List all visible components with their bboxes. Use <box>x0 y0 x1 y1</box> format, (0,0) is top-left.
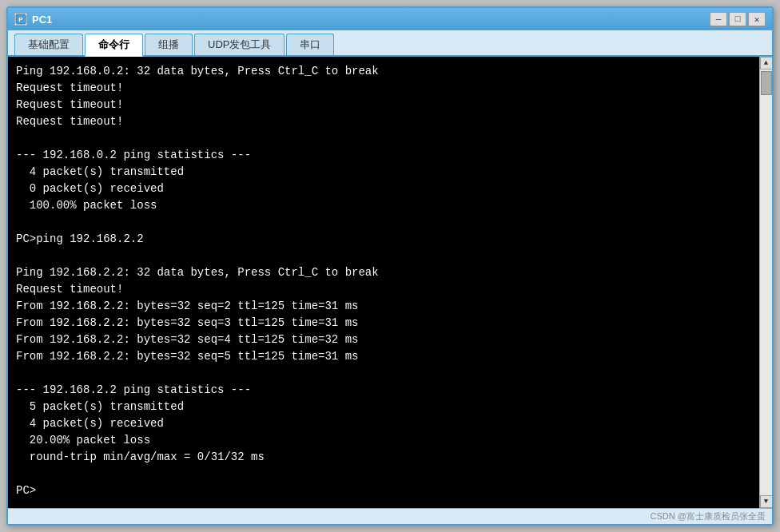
title-bar: P PC1 — □ ✕ <box>8 8 772 30</box>
scroll-up-arrow[interactable]: ▲ <box>760 57 773 69</box>
scroll-down-arrow[interactable]: ▼ <box>760 495 773 508</box>
svg-text:P: P <box>18 16 23 23</box>
status-bar: CSDN @富士康质检员张全蛋 <box>8 508 772 524</box>
scroll-track[interactable] <box>760 69 772 495</box>
tab-bar: 基础配置 命令行 组播 UDP发包工具 串口 <box>8 30 772 57</box>
tab-udp-tool[interactable]: UDP发包工具 <box>194 34 285 55</box>
window-title: PC1 <box>32 14 52 26</box>
content-area: Ping 192.168.0.2: 32 data bytes, Press C… <box>8 57 772 508</box>
tab-multicast[interactable]: 组播 <box>145 34 193 55</box>
minimize-button[interactable]: — <box>710 12 727 26</box>
terminal-output[interactable]: Ping 192.168.0.2: 32 data bytes, Press C… <box>8 57 759 508</box>
scroll-thumb[interactable] <box>761 71 772 95</box>
scrollbar[interactable]: ▲ ▼ <box>759 57 772 508</box>
title-bar-left: P PC1 <box>14 13 52 26</box>
maximize-button[interactable]: □ <box>729 12 746 26</box>
window-icon: P <box>14 13 27 26</box>
tab-command-line[interactable]: 命令行 <box>85 34 143 57</box>
main-window: P PC1 — □ ✕ 基础配置 命令行 组播 UDP发包工具 串口 Ping … <box>6 6 774 526</box>
tab-basic-config[interactable]: 基础配置 <box>14 34 83 55</box>
close-button[interactable]: ✕ <box>748 12 766 26</box>
watermark-text: CSDN @富士康质检员张全蛋 <box>651 510 766 522</box>
window-controls: — □ ✕ <box>710 12 766 26</box>
tab-serial[interactable]: 串口 <box>286 34 334 55</box>
